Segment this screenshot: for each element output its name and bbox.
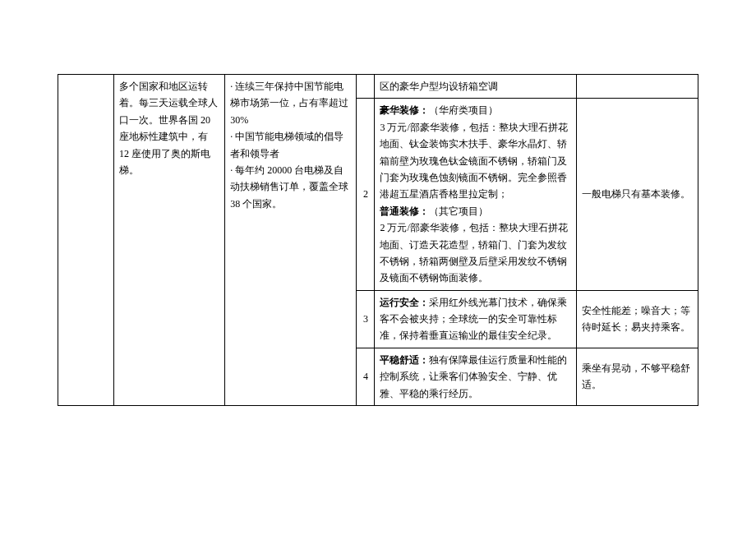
cell-compare: 安全性能差；噪音大；等待时延长；易夹持乘客。 [576, 290, 698, 348]
cell-desc: 平稳舒适：独有保障最佳运行质量和性能的控制系统，让乘客们体验安全、宁静、优雅、平… [375, 348, 576, 405]
table-row: 多个国家和地区运转着。每三天运载全球人口一次。世界各国 20 座地标性建筑中，有… [58, 75, 698, 99]
std-body: 2 万元/部豪华装修，包括：整块大理石拼花地面、订造天花造型，轿箱门、门套为发纹… [380, 222, 567, 284]
cell-num: 4 [357, 348, 375, 405]
std-proj: （其它项目） [429, 205, 488, 217]
cell-num: 3 [357, 290, 375, 348]
cell-num: 2 [357, 99, 375, 290]
cell-compare [576, 75, 698, 99]
lux-body: 3 万元/部豪华装修，包括：整块大理石拼花地面、钛金装饰实木扶手、豪华水晶灯、轿… [380, 122, 567, 201]
cell-desc: 运行安全：采用红外线光幕门技术，确保乘客不会被夹持；全球统一的安全可靠性标准，保… [375, 290, 576, 348]
cell-desc: 区的豪华户型均设轿箱空调 [375, 75, 576, 99]
cell-col-b: 多个国家和地区运转着。每三天运载全球人口一次。世界各国 20 座地标性建筑中，有… [114, 75, 225, 406]
cell-compare: 乘坐有晃动，不够平稳舒适。 [576, 348, 698, 405]
cell-compare: 一般电梯只有基本装修。 [576, 99, 698, 290]
lux-title: 豪华装修： [380, 104, 429, 116]
smooth-title: 平稳舒适： [380, 354, 429, 366]
cell-num [357, 75, 375, 99]
cell-col-c: · 连续三年保持中国节能电梯市场第一位，占有率超过 30% · 中国节能电梯领域… [225, 75, 357, 406]
lux-proj: （华府类项目） [429, 104, 498, 116]
cell-col-a [58, 75, 114, 406]
comparison-table: 多个国家和地区运转着。每三天运载全球人口一次。世界各国 20 座地标性建筑中，有… [58, 74, 698, 406]
std-title: 普通装修： [380, 205, 429, 217]
cell-desc: 豪华装修：（华府类项目） 3 万元/部豪华装修，包括：整块大理石拼花地面、钛金装… [375, 99, 576, 290]
safety-title: 运行安全： [380, 297, 429, 308]
